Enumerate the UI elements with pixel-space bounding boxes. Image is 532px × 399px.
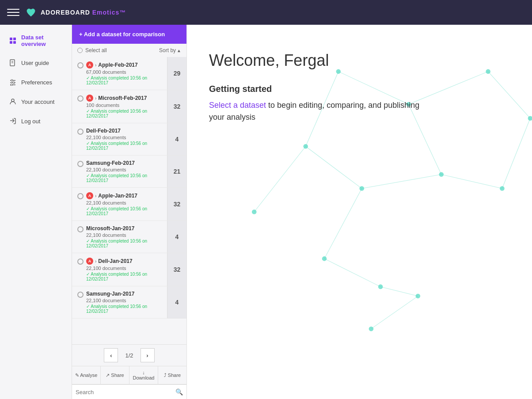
chevron-right-icon: › <box>95 259 96 264</box>
active-badge: A <box>86 192 93 199</box>
dataset-name: Dell-Jan-2017 <box>98 258 132 264</box>
dataset-radio[interactable] <box>77 129 84 135</box>
sort-chevron-icon: ▲ <box>177 48 181 53</box>
svg-point-36 <box>252 209 257 214</box>
dataset-item[interactable]: A›Apple-Jan-201722,100 documents✓ Analys… <box>72 188 186 221</box>
download-button[interactable]: ↓ Download <box>129 366 158 384</box>
dataset-name: Apple-Jan-2017 <box>98 193 137 199</box>
sidebar: Data set overview User guide <box>0 25 72 399</box>
dataset-name: Apple-Feb-2017 <box>98 62 137 68</box>
analyse-button[interactable]: ✎ Analyse <box>72 366 101 384</box>
select-dataset-link[interactable]: Select a dataset <box>209 101 266 110</box>
dataset-item[interactable]: A›Microsoft-Feb-2017100 documents✓ Analy… <box>72 90 186 123</box>
sort-by-label: Sort by <box>159 47 176 53</box>
dataset-status: ✓ Analysis completed 10:56 on 12/02/2017 <box>86 76 163 85</box>
dataset-number: 32 <box>167 188 186 220</box>
svg-point-13 <box>11 99 14 102</box>
dataset-radio[interactable] <box>77 292 84 298</box>
user-icon <box>9 98 17 106</box>
add-dataset-button[interactable]: + Add a dataset for comparison <box>72 25 186 44</box>
dataset-name: Dell-Feb-2017 <box>86 128 121 134</box>
dataset-item[interactable]: Samsung-Feb-201722,100 documents✓ Analys… <box>72 156 186 188</box>
dataset-radio[interactable] <box>77 62 84 68</box>
share2-button[interactable]: ⤴ Share <box>158 366 186 384</box>
dataset-count: 22,100 documents <box>86 167 163 172</box>
dataset-number: 32 <box>167 253 186 286</box>
dataset-number: 4 <box>167 123 186 155</box>
sidebar-item-log-out[interactable]: Log out <box>2 112 70 130</box>
action-bar: ✎ Analyse ↗ Share ↓ Download ⤴ Share <box>72 366 186 384</box>
svg-point-10 <box>13 82 15 84</box>
main-content: Welcome, Fergal Getting started Select a… <box>187 25 532 399</box>
svg-point-8 <box>11 80 13 81</box>
select-all[interactable]: Select all <box>77 47 107 53</box>
svg-line-28 <box>371 296 418 329</box>
dataset-count: 67,000 documents <box>86 69 163 75</box>
dataset-number: 21 <box>167 156 186 187</box>
sidebar-item-label: Preferences <box>21 79 52 86</box>
dataset-item[interactable]: Dell-Feb-201722,100 documents✓ Analysis … <box>72 123 186 156</box>
svg-point-12 <box>11 84 12 86</box>
search-icon: 🔍 <box>175 388 183 395</box>
dataset-list: A›Apple-Feb-201767,000 documents✓ Analys… <box>72 57 186 344</box>
chevron-right-icon: › <box>95 96 96 101</box>
svg-line-27 <box>380 287 418 296</box>
dataset-count: 22,100 documents <box>86 266 163 271</box>
dataset-item[interactable]: A›Apple-Feb-201767,000 documents✓ Analys… <box>72 57 186 90</box>
chevron-right-icon: › <box>95 194 96 198</box>
pagination: ‹ 1/2 › <box>72 344 186 366</box>
sidebar-item-label: Data set overview <box>21 34 63 47</box>
select-all-label: Select all <box>85 47 107 53</box>
svg-point-39 <box>378 285 383 289</box>
svg-point-40 <box>416 294 421 299</box>
search-container: 🔍 <box>72 384 186 399</box>
svg-line-25 <box>324 189 362 259</box>
dataset-count: 22,100 documents <box>86 135 163 140</box>
grid-icon <box>9 37 17 45</box>
active-badge: A <box>86 95 93 102</box>
dataset-status: ✓ Analysis completed 10:56 on 12/02/2017 <box>86 272 163 281</box>
dataset-name: Microsoft-Feb-2017 <box>98 95 147 101</box>
svg-line-24 <box>254 146 305 212</box>
dataset-radio[interactable] <box>77 95 84 102</box>
search-input[interactable] <box>76 389 172 395</box>
next-page-button[interactable]: › <box>141 348 155 362</box>
brand-text: ADOREBOARD Emotics™ <box>41 9 126 16</box>
sidebar-item-dataset-overview[interactable]: Data set overview <box>2 29 70 53</box>
dataset-radio[interactable] <box>77 193 84 199</box>
prev-page-button[interactable]: ‹ <box>104 348 118 362</box>
dataset-radio[interactable] <box>77 161 84 167</box>
dataset-number: 4 <box>167 286 186 318</box>
sidebar-item-preferences[interactable]: Preferences <box>2 73 70 91</box>
brand-logo: ADOREBOARD Emotics™ <box>25 6 126 19</box>
dataset-name: Microsoft-Jan-2017 <box>86 225 134 232</box>
share-button[interactable]: ↗ Share <box>101 366 129 384</box>
dataset-item[interactable]: Microsoft-Jan-201722,100 documents✓ Anal… <box>72 221 186 253</box>
brand-heart-icon <box>25 6 37 19</box>
dataset-radio[interactable] <box>77 258 84 265</box>
dataset-count: 22,100 documents <box>86 232 163 238</box>
svg-line-26 <box>324 258 380 287</box>
sidebar-item-label: Your account <box>21 99 54 105</box>
dataset-panel: + Add a dataset for comparison Select al… <box>72 25 187 399</box>
sidebar-item-user-guide[interactable]: User guide <box>2 53 70 72</box>
dataset-item[interactable]: A›Dell-Jan-201722,100 documents✓ Analysi… <box>72 253 186 286</box>
welcome-title: Welcome, Fergal <box>209 51 510 70</box>
dataset-number: 4 <box>167 221 186 253</box>
page-info: 1/2 <box>118 352 140 359</box>
chevron-right-icon: › <box>95 63 96 68</box>
svg-rect-3 <box>13 41 16 44</box>
hamburger-menu[interactable] <box>7 6 19 19</box>
dataset-radio[interactable] <box>77 226 84 232</box>
sidebar-item-label: Log out <box>21 118 40 125</box>
svg-line-20 <box>306 146 362 188</box>
sort-by[interactable]: Sort by ▲ <box>159 47 181 53</box>
dataset-item[interactable]: Samsung-Jan-201722,100 documents✓ Analys… <box>72 286 186 319</box>
book-icon <box>9 59 17 67</box>
logout-icon <box>9 117 17 125</box>
sidebar-item-your-account[interactable]: Your account <box>2 92 70 111</box>
dataset-name: Samsung-Jan-2017 <box>86 291 134 297</box>
svg-point-37 <box>360 186 365 191</box>
dataset-status: ✓ Analysis completed 10:56 on 12/02/2017 <box>86 109 163 118</box>
getting-started-heading: Getting started <box>209 84 510 94</box>
